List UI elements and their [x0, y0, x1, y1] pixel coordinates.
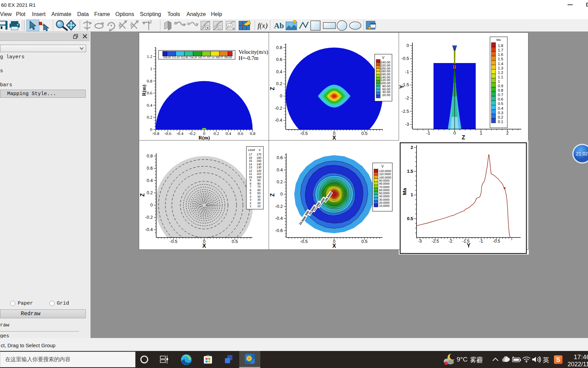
svg-text:Ab: Ab: [274, 21, 284, 30]
svg-text:0.2: 0.2: [277, 179, 283, 184]
svg-text:0.4: 0.4: [147, 103, 152, 108]
svg-text:-0.4: -0.4: [177, 131, 184, 136]
svg-text:Z: Z: [462, 135, 465, 140]
svg-text:0: 0: [407, 43, 409, 48]
svg-text:60: 60: [257, 188, 261, 192]
svg-text:-0.2: -0.2: [275, 106, 282, 111]
svg-text:-0.4: -0.4: [275, 118, 282, 123]
svg-text:1.5: 1.5: [407, 169, 413, 174]
svg-text:21:02: 21:02: [576, 151, 588, 156]
svg-text:1.4: 1.4: [498, 62, 504, 66]
svg-text:H=-0.7m: H=-0.7m: [239, 55, 259, 61]
svg-text:545.71: 545.71: [198, 56, 206, 59]
svg-text:0.7: 0.7: [498, 93, 503, 97]
svg-text:110: 110: [257, 172, 261, 175]
svg-text:0.4: 0.4: [226, 131, 231, 136]
svg-text:-0.6: -0.6: [275, 228, 283, 233]
svg-text:-1: -1: [426, 131, 430, 136]
svg-text:40: 40: [257, 195, 261, 198]
svg-text:-1: -1: [479, 239, 483, 244]
svg-text:6: 6: [250, 188, 251, 192]
svg-text:0.5: 0.5: [407, 216, 413, 221]
svg-text:1.3: 1.3: [498, 66, 503, 70]
svg-text:5: 5: [250, 191, 251, 195]
svg-text:Ma: Ma: [496, 38, 501, 42]
svg-text:1.7: 1.7: [498, 48, 503, 52]
svg-text:0.2: 0.2: [147, 190, 153, 195]
svg-text:80: 80: [257, 182, 261, 185]
svg-text:1: 1: [480, 131, 482, 136]
svg-text:0.8: 0.8: [147, 153, 153, 158]
svg-text:20.00: 20.00: [382, 93, 390, 97]
svg-text:+: +: [206, 25, 209, 30]
svg-text:7: 7: [250, 185, 251, 188]
svg-text:580.00: 580.00: [224, 56, 232, 59]
svg-text:1.2: 1.2: [498, 71, 503, 75]
svg-text:S: S: [556, 356, 560, 363]
svg-text:1.6: 1.6: [498, 52, 503, 57]
svg-text:Level: Level: [248, 148, 255, 152]
svg-text:130: 130: [257, 166, 261, 169]
svg-text:1.2: 1.2: [228, 24, 232, 27]
svg-text:511.43: 511.43: [172, 56, 179, 59]
svg-text:X: X: [332, 135, 336, 140]
svg-text:4: 4: [250, 195, 251, 198]
svg-text:568.57: 568.57: [215, 56, 223, 59]
svg-text:-0.2: -0.2: [145, 215, 153, 220]
svg-text:-0.5: -0.5: [170, 239, 177, 244]
svg-text:0.8: 0.8: [498, 88, 503, 92]
svg-text:0.6: 0.6: [276, 57, 282, 62]
svg-text:0.6: 0.6: [238, 131, 244, 136]
svg-text:30: 30: [257, 198, 261, 201]
svg-text:V: V: [382, 56, 385, 60]
svg-text:Z: Z: [270, 193, 275, 197]
svg-text:0.5: 0.5: [498, 102, 503, 106]
svg-text:170: 170: [257, 153, 261, 156]
svg-text:12: 12: [249, 169, 252, 172]
svg-text:1: 1: [250, 204, 251, 208]
svg-text:V: V: [381, 165, 384, 168]
svg-text:0.6: 0.6: [147, 166, 153, 171]
svg-text:-0.5: -0.5: [300, 239, 308, 244]
svg-text:557.14: 557.14: [207, 56, 215, 59]
svg-text:90: 90: [257, 179, 261, 182]
svg-text:522.86: 522.86: [181, 56, 189, 59]
svg-text:0.6: 0.6: [147, 90, 152, 95]
svg-text:2: 2: [250, 201, 251, 205]
svg-text:0: 0: [150, 202, 153, 208]
svg-text:-0.6: -0.6: [164, 131, 172, 136]
svg-text:16: 16: [249, 156, 252, 159]
svg-text:500.00: 500.00: [163, 56, 171, 59]
svg-text:0: 0: [280, 191, 283, 197]
svg-text:0.9: 0.9: [498, 84, 503, 88]
svg-text:0.8: 0.8: [147, 78, 152, 83]
svg-text:9: 9: [250, 179, 251, 182]
svg-text:R(m): R(m): [198, 135, 210, 140]
svg-text:8: 8: [250, 182, 251, 185]
svg-text:70: 70: [257, 185, 261, 188]
svg-text:V: V: [259, 148, 261, 152]
svg-text:120: 120: [257, 169, 261, 172]
svg-text:10: 10: [257, 204, 261, 208]
svg-text:0.5: 0.5: [361, 239, 368, 244]
svg-text:20: 20: [257, 201, 261, 205]
svg-text:0.2: 0.2: [276, 81, 282, 86]
svg-text:15: 15: [249, 159, 252, 163]
svg-text:f(x): f(x): [258, 21, 267, 30]
svg-text:0.4: 0.4: [498, 106, 504, 110]
svg-text:0: 0: [150, 127, 152, 132]
svg-text:17: 17: [249, 153, 252, 156]
svg-text:Z: Z: [270, 87, 275, 90]
svg-text:0.2: 0.2: [498, 115, 503, 119]
svg-text:-2: -2: [405, 95, 409, 101]
svg-text:3: 3: [250, 198, 251, 201]
svg-text:0.5: 0.5: [361, 131, 368, 136]
svg-text:1.1: 1.1: [498, 75, 503, 79]
svg-text:Velocity(m/s): Velocity(m/s): [239, 49, 268, 55]
svg-text:-0.8: -0.8: [152, 131, 159, 136]
svg-text:Y: Y: [399, 85, 405, 89]
svg-text:0.4: 0.4: [276, 69, 282, 74]
svg-text:1: 1: [411, 192, 413, 197]
svg-text:-0.2: -0.2: [275, 204, 283, 209]
svg-text:-: -: [219, 25, 221, 30]
